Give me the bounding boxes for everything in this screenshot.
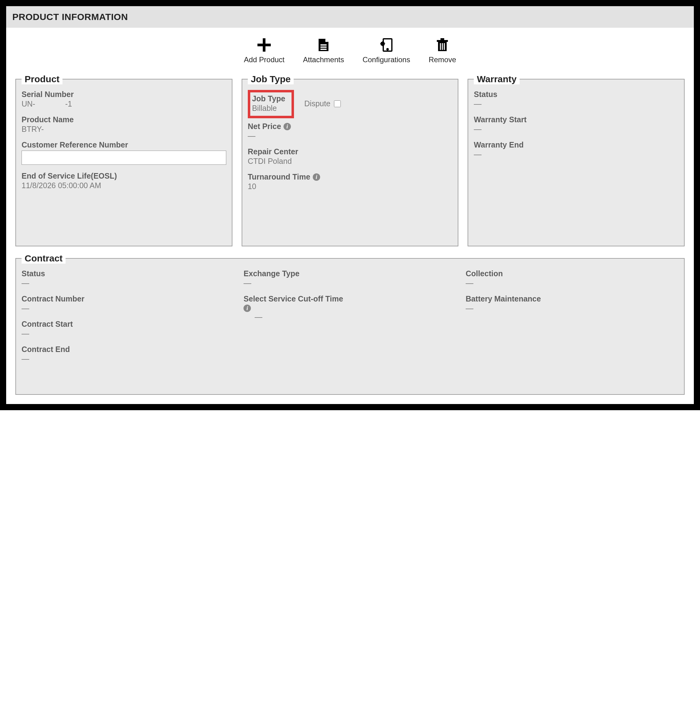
product-panel: Product Serial Number UN- -1 Product Nam… (15, 74, 232, 246)
contract-number-value: — (22, 304, 234, 313)
contract-number-label: Contract Number (22, 295, 234, 303)
contract-end-label: Contract End (22, 345, 234, 354)
eosl-value: 11/8/2026 05:00:00 AM (22, 181, 226, 190)
svg-point-6 (387, 49, 388, 50)
cutoff-value: — (255, 313, 456, 322)
svg-rect-2 (320, 44, 327, 46)
attachments-label: Attachments (303, 55, 344, 64)
warranty-panel: Warranty Status — Warranty Start — Warra… (468, 74, 685, 246)
warranty-status-value: — (474, 100, 678, 108)
svg-point-8 (382, 43, 383, 44)
battery-maintenance-label: Battery Maintenance (466, 295, 678, 303)
remove-button[interactable]: Remove (429, 36, 456, 64)
exchange-type-value: — (244, 279, 456, 287)
document-icon (315, 36, 332, 53)
svg-rect-14 (444, 43, 445, 50)
repair-center-label: Repair Center (248, 147, 453, 156)
warranty-start-value: — (474, 125, 678, 134)
warranty-legend: Warranty (474, 74, 520, 84)
jobtype-legend: Job Type (248, 74, 294, 84)
section-title: PRODUCT INFORMATION (12, 12, 128, 22)
serial-number-label: Serial Number (22, 90, 226, 99)
contract-legend: Contract (22, 253, 66, 264)
jobtype-panel: Job Type Job Type Billable Dispute (242, 74, 459, 246)
add-product-button[interactable]: Add Product (244, 36, 284, 64)
turnaround-label: Turnaround Time (248, 172, 310, 181)
configurations-button[interactable]: Configurations (362, 36, 410, 64)
gear-phone-icon (378, 36, 395, 53)
attachments-button[interactable]: Attachments (303, 36, 344, 64)
product-legend: Product (22, 74, 62, 84)
svg-rect-4 (320, 49, 327, 50)
warranty-status-label: Status (474, 90, 678, 99)
warranty-end-label: Warranty End (474, 140, 678, 149)
info-icon[interactable]: i (313, 173, 320, 181)
contract-end-value: — (22, 354, 234, 363)
add-product-label: Add Product (244, 55, 284, 64)
warranty-end-value: — (474, 150, 678, 159)
jobtype-highlight: Job Type Billable (248, 90, 294, 118)
contract-status-value: — (22, 279, 234, 287)
configurations-label: Configurations (362, 55, 410, 64)
trash-icon (434, 36, 451, 53)
svg-rect-13 (442, 43, 443, 50)
exchange-type-label: Exchange Type (244, 269, 456, 278)
collection-label: Collection (466, 269, 678, 278)
net-price-label: Net Price (248, 122, 281, 131)
repair-center-value: CTDI Poland (248, 157, 453, 166)
eosl-label: End of Service Life(EOSL) (22, 172, 226, 181)
svg-rect-10 (437, 40, 448, 42)
plus-icon (255, 36, 273, 53)
product-name-value: BTRY- (22, 125, 226, 134)
dispute-checkbox[interactable] (334, 100, 341, 107)
svg-rect-3 (320, 46, 327, 48)
info-icon[interactable]: i (283, 123, 291, 130)
collection-value: — (466, 279, 678, 287)
contract-panel: Contract Status — Contract Number — Cont… (15, 253, 685, 395)
svg-rect-11 (440, 38, 444, 40)
toolbar: Add Product Attachments Configurations R… (6, 28, 694, 71)
customer-reference-input[interactable] (22, 150, 226, 165)
warranty-start-label: Warranty Start (474, 115, 678, 124)
contract-status-label: Status (22, 269, 234, 278)
battery-maintenance-value: — (466, 304, 678, 313)
job-type-value: Billable (252, 104, 285, 113)
job-type-label: Job Type (252, 94, 285, 103)
turnaround-value: 10 (248, 182, 453, 191)
product-name-label: Product Name (22, 115, 226, 124)
cutoff-label: Select Service Cut-off Time (244, 295, 343, 303)
contract-start-value: — (22, 329, 234, 338)
net-price-value: — (248, 131, 453, 140)
contract-start-label: Contract Start (22, 320, 234, 329)
svg-rect-12 (440, 43, 441, 50)
remove-label: Remove (429, 55, 456, 64)
section-header: PRODUCT INFORMATION (6, 6, 694, 28)
dispute-label: Dispute (305, 99, 331, 108)
serial-number-value: UN- -1 (22, 100, 226, 108)
customer-reference-label: Customer Reference Number (22, 140, 226, 149)
svg-rect-1 (258, 44, 271, 46)
info-icon[interactable]: i (244, 305, 251, 312)
